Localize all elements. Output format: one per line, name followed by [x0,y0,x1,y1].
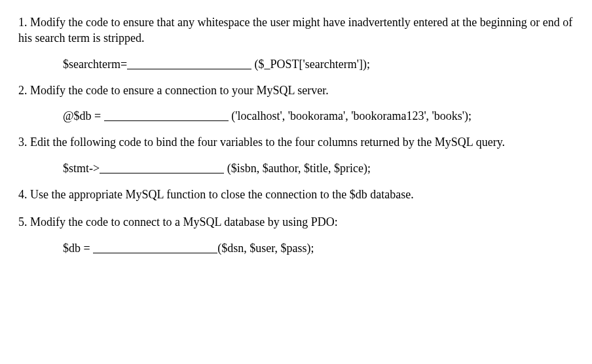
q5-blank[interactable] [93,241,217,253]
question-5-text: 5. Modify the code to connect to a MySQL… [18,215,338,228]
q5-code-right: ($dsn, $user, $pass); [217,242,314,255]
question-3-text: 3. Edit the following code to bind the f… [18,136,505,149]
question-1-code: $searchterm= ($_POST['searchterm']); [63,56,574,72]
q5-code-left: $db = [63,242,93,255]
question-4-text: 4. Use the appropriate MySQL function to… [18,188,414,201]
question-5: 5. Modify the code to connect to a MySQL… [18,214,574,230]
q2-code-left: @$db = [63,109,104,122]
q3-code-left: $stmt-> [63,162,100,175]
q2-code-right: ('localhost', 'bookorama', 'bookorama123… [231,109,472,122]
question-1: 1. Modify the code to ensure that any wh… [18,14,574,46]
worksheet-page: 1. Modify the code to ensure that any wh… [0,0,592,280]
question-5-code: $db = ($dsn, $user, $pass); [63,240,574,256]
question-3-code: $stmt-> ($isbn, $author, $title, $price)… [63,160,574,176]
question-2-text: 2. Modify the code to ensure a connectio… [18,84,329,97]
question-1-text: 1. Modify the code to ensure that any wh… [18,16,572,45]
q2-blank[interactable] [104,109,229,121]
q3-blank[interactable] [100,161,224,173]
q1-blank[interactable] [127,57,251,69]
question-2-code: @$db = ('localhost', 'bookorama', 'booko… [63,107,574,124]
q3-code-right: ($isbn, $author, $title, $price); [227,162,371,175]
question-3: 3. Edit the following code to bind the f… [18,134,574,150]
question-2: 2. Modify the code to ensure a connectio… [18,82,574,98]
question-4: 4. Use the appropriate MySQL function to… [18,187,574,202]
q1-code-left: $searchterm= [63,58,127,71]
q1-code-right: ($_POST['searchterm']); [255,58,370,71]
